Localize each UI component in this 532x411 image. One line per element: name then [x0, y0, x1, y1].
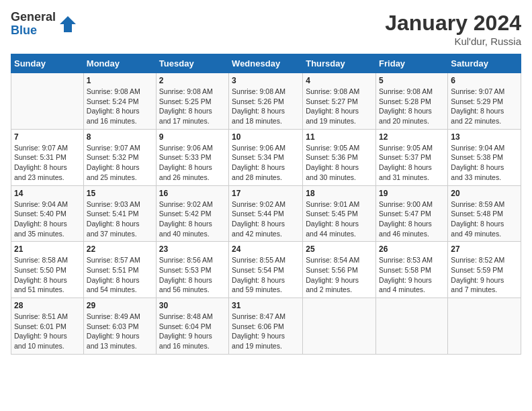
day-info: Sunrise: 8:55 AMSunset: 5:54 PMDaylight:… [232, 255, 300, 295]
col-wednesday: Wednesday [229, 54, 303, 73]
day-info: Sunrise: 9:01 AMSunset: 5:45 PMDaylight:… [306, 199, 373, 239]
day-info: Sunrise: 8:47 AMSunset: 6:06 PMDaylight:… [232, 312, 300, 351]
day-cell: 8Sunrise: 9:07 AMSunset: 5:32 PMDaylight… [83, 129, 156, 185]
day-number: 25 [306, 244, 373, 254]
day-info: Sunrise: 9:08 AMSunset: 5:27 PMDaylight:… [306, 87, 373, 126]
day-cell: 11Sunrise: 9:05 AMSunset: 5:36 PMDayligh… [303, 129, 376, 185]
header: General Blue January 2024 Kul'dur, Russi… [11, 11, 521, 47]
day-info: Sunrise: 9:02 AMSunset: 5:44 PMDaylight:… [232, 199, 300, 239]
day-number: 27 [451, 244, 518, 254]
day-number: 1 [87, 76, 153, 85]
col-monday: Monday [83, 54, 156, 73]
day-cell: 29Sunrise: 8:49 AMSunset: 6:03 PMDayligh… [83, 298, 156, 355]
day-info: Sunrise: 8:59 AMSunset: 5:48 PMDaylight:… [451, 199, 518, 239]
day-cell: 13Sunrise: 9:04 AMSunset: 5:38 PMDayligh… [448, 129, 521, 185]
day-number: 26 [379, 244, 445, 254]
day-cell: 15Sunrise: 9:03 AMSunset: 5:41 PMDayligh… [83, 185, 156, 242]
day-info: Sunrise: 8:54 AMSunset: 5:56 PMDaylight:… [306, 255, 373, 295]
day-cell: 21Sunrise: 8:58 AMSunset: 5:50 PMDayligh… [11, 242, 84, 298]
day-cell: 6Sunrise: 9:07 AMSunset: 5:29 PMDaylight… [448, 73, 521, 130]
day-info: Sunrise: 9:07 AMSunset: 5:29 PMDaylight:… [451, 87, 518, 126]
day-cell: 24Sunrise: 8:55 AMSunset: 5:54 PMDayligh… [229, 242, 303, 298]
day-cell: 19Sunrise: 9:00 AMSunset: 5:47 PMDayligh… [376, 185, 448, 242]
day-cell: 31Sunrise: 8:47 AMSunset: 6:06 PMDayligh… [229, 298, 303, 355]
col-saturday: Saturday [448, 54, 521, 73]
week-row-1: 7Sunrise: 9:07 AMSunset: 5:31 PMDaylight… [11, 129, 521, 185]
month-title: January 2024 [385, 11, 521, 36]
day-info: Sunrise: 8:49 AMSunset: 6:03 PMDaylight:… [87, 312, 153, 351]
day-cell: 7Sunrise: 9:07 AMSunset: 5:31 PMDaylight… [11, 129, 84, 185]
header-row: Sunday Monday Tuesday Wednesday Thursday… [11, 54, 521, 73]
day-number: 16 [159, 189, 226, 198]
logo-general: General [11, 11, 56, 24]
day-cell: 22Sunrise: 8:57 AMSunset: 5:51 PMDayligh… [83, 242, 156, 298]
col-sunday: Sunday [11, 54, 84, 73]
logo-icon [58, 15, 77, 34]
day-number: 10 [232, 132, 300, 142]
day-info: Sunrise: 9:04 AMSunset: 5:40 PMDaylight:… [14, 199, 81, 239]
day-info: Sunrise: 9:08 AMSunset: 5:28 PMDaylight:… [379, 87, 445, 126]
day-number: 28 [14, 301, 81, 310]
day-info: Sunrise: 9:05 AMSunset: 5:37 PMDaylight:… [379, 143, 445, 183]
day-info: Sunrise: 8:58 AMSunset: 5:50 PMDaylight:… [14, 255, 81, 295]
day-number: 14 [14, 189, 81, 198]
day-number: 22 [87, 244, 153, 254]
day-info: Sunrise: 9:02 AMSunset: 5:42 PMDaylight:… [159, 199, 226, 239]
day-info: Sunrise: 9:00 AMSunset: 5:47 PMDaylight:… [379, 199, 445, 239]
col-friday: Friday [376, 54, 448, 73]
day-info: Sunrise: 9:08 AMSunset: 5:24 PMDaylight:… [87, 87, 153, 126]
day-cell: 17Sunrise: 9:02 AMSunset: 5:44 PMDayligh… [229, 185, 303, 242]
logo-text: General Blue [11, 11, 56, 38]
day-info: Sunrise: 9:06 AMSunset: 5:33 PMDaylight:… [159, 143, 226, 183]
day-number: 24 [232, 244, 300, 254]
day-cell [448, 298, 521, 355]
title-block: January 2024 Kul'dur, Russia [385, 11, 521, 47]
day-number: 13 [451, 132, 518, 142]
svg-marker-0 [60, 16, 76, 32]
day-number: 5 [379, 76, 445, 85]
day-info: Sunrise: 9:05 AMSunset: 5:36 PMDaylight:… [306, 143, 373, 183]
day-number: 17 [232, 189, 300, 198]
day-number: 9 [159, 132, 226, 142]
day-info: Sunrise: 9:04 AMSunset: 5:38 PMDaylight:… [451, 143, 518, 183]
day-info: Sunrise: 8:53 AMSunset: 5:58 PMDaylight:… [379, 255, 445, 295]
day-number: 20 [451, 189, 518, 198]
day-cell: 14Sunrise: 9:04 AMSunset: 5:40 PMDayligh… [11, 185, 84, 242]
day-number: 11 [306, 132, 373, 142]
day-cell: 27Sunrise: 8:52 AMSunset: 5:59 PMDayligh… [448, 242, 521, 298]
day-info: Sunrise: 9:07 AMSunset: 5:32 PMDaylight:… [87, 143, 153, 183]
day-cell: 5Sunrise: 9:08 AMSunset: 5:28 PMDaylight… [376, 73, 448, 130]
day-number: 6 [451, 76, 518, 85]
day-number: 8 [87, 132, 153, 142]
day-cell: 25Sunrise: 8:54 AMSunset: 5:56 PMDayligh… [303, 242, 376, 298]
day-info: Sunrise: 8:52 AMSunset: 5:59 PMDaylight:… [451, 255, 518, 295]
day-info: Sunrise: 9:08 AMSunset: 5:25 PMDaylight:… [159, 87, 226, 126]
day-number: 30 [159, 301, 226, 310]
day-info: Sunrise: 8:57 AMSunset: 5:51 PMDaylight:… [87, 255, 153, 295]
day-cell: 10Sunrise: 9:06 AMSunset: 5:34 PMDayligh… [229, 129, 303, 185]
main-container: General Blue January 2024 Kul'dur, Russi… [0, 0, 532, 360]
logo: General Blue [11, 11, 77, 38]
day-cell: 16Sunrise: 9:02 AMSunset: 5:42 PMDayligh… [156, 185, 228, 242]
day-cell: 30Sunrise: 8:48 AMSunset: 6:04 PMDayligh… [156, 298, 228, 355]
day-info: Sunrise: 8:56 AMSunset: 5:53 PMDaylight:… [159, 255, 226, 295]
day-number: 7 [14, 132, 81, 142]
day-cell [303, 298, 376, 355]
day-number: 18 [306, 189, 373, 198]
day-cell [376, 298, 448, 355]
day-number: 19 [379, 189, 445, 198]
day-info: Sunrise: 9:08 AMSunset: 5:26 PMDaylight:… [232, 87, 300, 126]
day-number: 4 [306, 76, 373, 85]
day-number: 15 [87, 189, 153, 198]
day-info: Sunrise: 8:51 AMSunset: 6:01 PMDaylight:… [14, 312, 81, 351]
day-info: Sunrise: 8:48 AMSunset: 6:04 PMDaylight:… [159, 312, 226, 351]
day-number: 23 [159, 244, 226, 254]
day-number: 31 [232, 301, 300, 310]
day-cell: 26Sunrise: 8:53 AMSunset: 5:58 PMDayligh… [376, 242, 448, 298]
day-number: 29 [87, 301, 153, 310]
day-number: 3 [232, 76, 300, 85]
day-cell: 1Sunrise: 9:08 AMSunset: 5:24 PMDaylight… [83, 73, 156, 130]
calendar-table: Sunday Monday Tuesday Wednesday Thursday… [11, 54, 521, 355]
col-thursday: Thursday [303, 54, 376, 73]
day-cell: 23Sunrise: 8:56 AMSunset: 5:53 PMDayligh… [156, 242, 228, 298]
